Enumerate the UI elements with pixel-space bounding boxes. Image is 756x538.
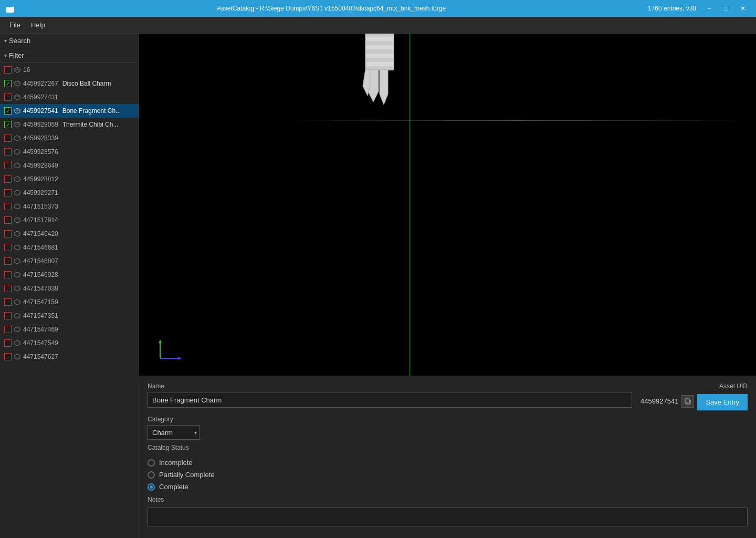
cube-icon [14,285,21,292]
status-complete[interactable]: Complete [148,483,215,491]
item-checkbox[interactable] [4,271,12,278]
svg-marker-25 [15,177,20,182]
category-row: Category Charm Weapon Other ▾ [148,416,748,440]
svg-rect-46 [365,49,394,54]
svg-marker-34 [15,299,20,305]
item-checkbox[interactable] [4,175,12,183]
copy-uid-button[interactable] [681,395,694,408]
item-id: 4471515373 [23,203,58,210]
svg-rect-45 [365,41,394,45]
status-incomplete[interactable]: Incomplete [148,459,215,467]
list-item[interactable]: 4471547469 [0,323,139,336]
item-checkbox[interactable] [4,257,12,265]
item-checkbox[interactable] [4,312,12,319]
uid-field-group: Asset UID 4459927541 Save Entry [640,382,748,410]
viewport-axes [155,337,186,365]
svg-marker-35 [15,313,20,318]
category-select[interactable]: Charm Weapon Other [148,425,200,440]
close-button[interactable]: ✕ [735,3,751,14]
radio-partially-complete[interactable] [148,471,155,479]
list-item[interactable]: 4471547159 [0,295,139,309]
svg-line-16 [15,110,17,111]
notes-input[interactable] [148,508,748,526]
status-partially-complete[interactable]: Partially Complete [148,471,215,479]
item-id: 4471547159 [23,298,58,306]
list-item[interactable]: 4459927431 [0,90,139,104]
list-item[interactable]: 4459928649 [0,159,139,172]
list-item[interactable]: 4459928339 [0,131,139,145]
filter-section[interactable]: ▾ Filter [0,48,139,63]
svg-line-17 [17,110,20,111]
asset-list: 16 4459927267 Disco Ball Charm 445992743… [0,63,139,538]
chevron-down-icon: ▾ [4,38,7,44]
list-item[interactable]: 4471546681 [0,241,139,254]
list-item[interactable]: 4471547549 [0,336,139,350]
svg-marker-36 [15,327,20,332]
item-name: Disco Ball Charm [62,80,111,87]
window-controls: − □ ✕ [701,3,751,14]
item-checkbox[interactable] [4,216,12,224]
svg-line-20 [15,123,17,125]
item-checkbox[interactable] [4,80,12,87]
item-checkbox[interactable] [4,285,12,292]
item-checkbox[interactable] [4,121,12,128]
maximize-button[interactable]: □ [718,3,734,14]
item-checkbox[interactable] [4,94,12,101]
item-id: 4471546807 [23,257,58,265]
name-input[interactable] [148,392,632,408]
catalog-status-row: Catalog Status Incomplete Partially Comp… [148,444,748,491]
list-item[interactable]: 4471546420 [0,227,139,241]
search-section[interactable]: ▾ Search [0,34,139,48]
item-checkbox[interactable] [4,244,12,251]
cube-icon [14,189,21,196]
item-checkbox[interactable] [4,339,12,347]
item-checkbox[interactable] [4,107,12,115]
item-checkbox[interactable] [4,203,12,210]
filter-label: Filter [9,51,24,59]
item-checkbox[interactable] [4,353,12,360]
item-id: 4459927541 [23,107,58,115]
list-item[interactable]: 4471546807 [0,254,139,268]
item-checkbox[interactable] [4,189,12,196]
item-id: 4459928576 [23,148,58,156]
cube-icon [14,203,21,210]
svg-marker-38 [15,354,20,359]
item-id: 4459929271 [23,189,58,196]
list-item[interactable]: 4471547038 [0,282,139,295]
svg-marker-29 [15,231,20,236]
chevron-down-icon: ▾ [4,53,7,58]
list-item[interactable]: 4471515373 [0,200,139,213]
minimize-button[interactable]: − [701,3,717,14]
menu-help[interactable]: Help [26,19,50,31]
uid-row: 4459927541 Save Entry [640,392,748,410]
list-item[interactable]: 4459929271 [0,186,139,200]
list-item[interactable]: 4459927267 Disco Ball Charm [0,77,139,90]
svg-marker-30 [15,245,20,250]
list-item[interactable]: 4459927541 Bone Fragment Ch... [0,104,139,118]
item-checkbox[interactable] [4,298,12,306]
menu-file[interactable]: File [4,19,26,31]
item-checkbox[interactable] [4,148,12,156]
item-id: 4471546420 [23,230,58,237]
item-id: 4459927431 [23,94,58,101]
list-item[interactable]: 4471547627 [0,350,139,364]
svg-rect-44 [365,34,394,37]
list-item[interactable]: 4459928576 [0,145,139,159]
radio-incomplete[interactable] [148,459,155,467]
category-field-group: Category Charm Weapon Other ▾ [148,416,200,440]
item-id: 4471546681 [23,244,58,251]
svg-marker-28 [15,218,20,223]
save-entry-button[interactable]: Save Entry [697,394,748,410]
list-item[interactable]: 16 [0,63,139,77]
radio-complete[interactable] [148,483,155,491]
list-item[interactable]: 4459928812 [0,172,139,186]
item-checkbox[interactable] [4,66,12,74]
list-item[interactable]: 4459928059 Thermite Chibi Ch... [0,118,139,131]
list-item[interactable]: 4471517914 [0,213,139,227]
item-checkbox[interactable] [4,230,12,237]
item-checkbox[interactable] [4,134,12,142]
item-checkbox[interactable] [4,326,12,333]
list-item[interactable]: 4471547351 [0,309,139,323]
list-item[interactable]: 4471546928 [0,268,139,282]
item-checkbox[interactable] [4,162,12,169]
